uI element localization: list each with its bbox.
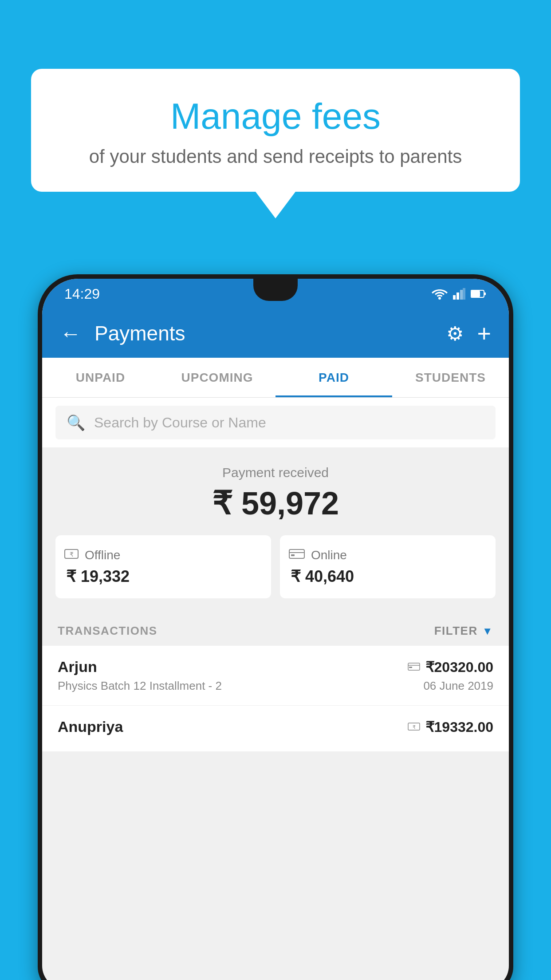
svg-text:₹: ₹ <box>70 551 74 558</box>
svg-rect-15 <box>409 667 412 668</box>
transaction-row[interactable]: Arjun ₹20320.00 Physics Batch 1 <box>42 646 509 706</box>
transactions-header: TRANSACTIONS FILTER ▼ <box>42 612 509 646</box>
signal-icon <box>453 288 465 300</box>
status-time: 14:29 <box>64 286 100 302</box>
status-bar: 14:29 <box>42 279 509 309</box>
online-amount: ₹ 40,640 <box>289 567 354 586</box>
page-title: Payments <box>94 321 433 345</box>
svg-rect-6 <box>471 291 480 297</box>
svg-rect-10 <box>289 549 304 558</box>
app-bar-actions: ⚙ + <box>446 320 491 347</box>
transaction-amount-container: ₹20320.00 <box>408 659 493 676</box>
transactions-list: Arjun ₹20320.00 Physics Batch 1 <box>42 646 509 752</box>
payment-received-label: Payment received <box>55 465 496 480</box>
offline-icon: ₹ <box>64 548 79 563</box>
status-icons <box>432 288 487 300</box>
filter-icon: ▼ <box>482 625 493 637</box>
svg-rect-2 <box>457 292 459 300</box>
add-button[interactable]: + <box>477 320 491 347</box>
battery-icon <box>471 289 487 298</box>
online-icon <box>289 548 305 563</box>
tab-upcoming[interactable]: UPCOMING <box>159 358 276 397</box>
notch <box>253 279 298 301</box>
phone-frame: 14:29 <box>38 274 513 980</box>
svg-point-0 <box>438 297 441 300</box>
payment-cards: ₹ Offline ₹ 19,332 <box>55 535 496 598</box>
back-button[interactable]: ← <box>60 321 81 346</box>
speech-bubble-wrapper: Manage fees of your students and send re… <box>31 69 520 218</box>
wifi-icon <box>432 288 448 300</box>
search-placeholder: Search by Course or Name <box>94 415 266 431</box>
app-bar: ← Payments ⚙ + <box>42 309 509 358</box>
transaction-offline-icon: ₹ <box>408 720 420 734</box>
transaction-amount: ₹20320.00 <box>425 659 493 676</box>
speech-bubble: Manage fees of your students and send re… <box>31 69 520 192</box>
transaction-row[interactable]: Anupriya ₹ ₹19332.00 <box>42 706 509 752</box>
svg-rect-7 <box>484 292 486 295</box>
online-header: Online <box>289 548 347 563</box>
tab-paid[interactable]: PAID <box>276 358 392 397</box>
filter-container[interactable]: FILTER ▼ <box>434 624 493 638</box>
tabs-bar: UNPAID UPCOMING PAID STUDENTS <box>42 358 509 398</box>
transaction-name: Arjun <box>58 658 97 676</box>
search-container: 🔍 Search by Course or Name <box>42 398 509 447</box>
tab-students[interactable]: STUDENTS <box>392 358 509 397</box>
transaction-row-top: Anupriya ₹ ₹19332.00 <box>58 718 493 735</box>
svg-rect-1 <box>453 295 456 300</box>
search-bar[interactable]: 🔍 Search by Course or Name <box>55 406 496 439</box>
transaction-amount-container: ₹ ₹19332.00 <box>408 719 493 735</box>
filter-label: FILTER <box>434 624 478 638</box>
payment-total: ₹ 59,972 <box>55 485 496 522</box>
svg-rect-4 <box>463 288 465 300</box>
svg-rect-12 <box>291 554 295 556</box>
offline-header: ₹ Offline <box>64 548 120 563</box>
speech-bubble-subtitle: of your students and send receipts to pa… <box>67 146 484 167</box>
transaction-online-icon <box>408 660 420 674</box>
online-label: Online <box>311 548 347 562</box>
online-card: Online ₹ 40,640 <box>280 535 496 598</box>
offline-label: Offline <box>85 548 120 562</box>
svg-text:₹: ₹ <box>412 724 415 730</box>
phone-screen: 14:29 <box>42 279 509 980</box>
transactions-label: TRANSACTIONS <box>58 624 157 638</box>
speech-bubble-arrow <box>256 192 295 218</box>
transaction-date: 06 June 2019 <box>423 679 493 693</box>
svg-rect-3 <box>460 290 463 300</box>
speech-bubble-title: Manage fees <box>67 95 484 137</box>
payment-summary: Payment received ₹ 59,972 ₹ Offline <box>42 447 509 612</box>
transaction-row-top: Arjun ₹20320.00 <box>58 658 493 676</box>
offline-card: ₹ Offline ₹ 19,332 <box>55 535 271 598</box>
transaction-amount: ₹19332.00 <box>425 719 493 735</box>
transaction-detail: Physics Batch 12 Installment - 2 <box>58 679 222 693</box>
search-icon: 🔍 <box>67 414 85 431</box>
transaction-name: Anupriya <box>58 718 123 735</box>
transaction-row-bottom: Physics Batch 12 Installment - 2 06 June… <box>58 679 493 693</box>
settings-icon[interactable]: ⚙ <box>446 322 464 345</box>
tab-unpaid[interactable]: UNPAID <box>42 358 159 397</box>
offline-amount: ₹ 19,332 <box>64 567 130 586</box>
